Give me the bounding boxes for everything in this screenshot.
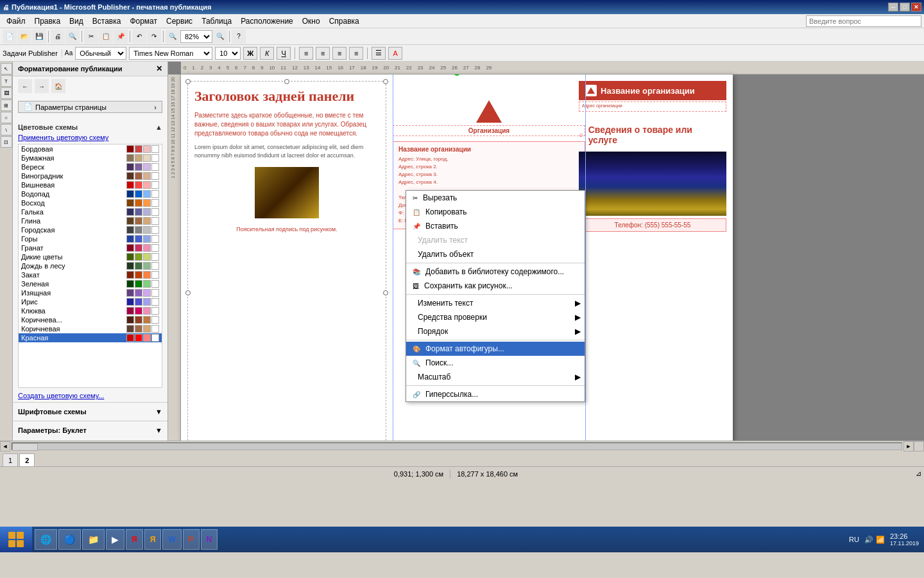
restore-button[interactable]: □ (900, 3, 910, 12)
menu-insert[interactable]: Вставка (89, 15, 125, 27)
task-pane-home-button[interactable]: 🏠 (51, 79, 65, 93)
booklet-params-header[interactable]: Параметры: Буклет ▼ (18, 424, 162, 437)
menu-service[interactable]: Сервис (162, 15, 196, 27)
ctx-cut[interactable]: ✂ Вырезать (406, 191, 585, 205)
crop-tool[interactable]: ⊡ (1, 136, 12, 148)
align-center-button[interactable]: ≡ (316, 47, 330, 60)
selection-handle[interactable] (383, 79, 388, 84)
align-left-button[interactable]: ≡ (299, 47, 313, 60)
scheme-bordovaya[interactable]: Бордовая (19, 144, 162, 153)
back-panel[interactable]: Заголовок задней панели Разместите здесь… (187, 81, 386, 441)
zoom-in-button[interactable]: 🔍 (213, 30, 227, 44)
list-button[interactable]: ☰ (372, 47, 386, 60)
justify-button[interactable]: ≡ (349, 47, 363, 60)
task-pane-back-button[interactable]: ← (18, 79, 32, 93)
paste-button[interactable]: 📌 (114, 30, 128, 44)
scheme-zelenaya[interactable]: Зеленая (19, 279, 162, 288)
selection-handle[interactable] (185, 290, 191, 295)
scheme-vodopad[interactable]: Водопад (19, 189, 162, 198)
taskbar-browser2[interactable]: 🔵 (58, 529, 81, 550)
start-button[interactable] (0, 527, 32, 552)
new-button[interactable]: 📄 (3, 30, 17, 44)
apply-scheme-link[interactable]: Применить цветовую схему (18, 134, 162, 141)
page-params-button[interactable]: 📄 Параметры страницы › (18, 101, 162, 113)
scheme-dozhd[interactable]: Дождь в лесу (19, 261, 162, 270)
ctx-scale[interactable]: Масштаб ▶ (406, 370, 585, 384)
scheme-voshod[interactable]: Восход (19, 198, 162, 207)
table-tool[interactable]: ⊞ (1, 100, 12, 111)
page-tab-2[interactable]: 2 (19, 453, 35, 466)
rotation-handle[interactable] (454, 74, 460, 76)
taskbar-powerpoint[interactable]: P (183, 529, 200, 550)
scheme-gory[interactable]: Горы (19, 234, 162, 243)
font-schemes-header[interactable]: Шрифтовые схемы ▼ (18, 405, 162, 418)
scheme-korichnevaya1[interactable]: Коричнева... (19, 315, 162, 324)
select-tool[interactable]: ↖ (1, 63, 12, 74)
create-scheme-link[interactable]: Создать цветовую схему... (18, 392, 162, 399)
redo-button[interactable]: ↷ (147, 30, 161, 44)
ctx-add-library[interactable]: 📚 Добавить в библиотеку содержимого... (406, 265, 585, 279)
selection-handle[interactable] (284, 79, 289, 84)
undo-button[interactable]: ↶ (132, 30, 146, 44)
font-select[interactable]: Times New Roman (129, 47, 212, 60)
italic-button[interactable]: К (260, 47, 274, 60)
print-button[interactable]: 🖨 (51, 30, 65, 44)
taskbar-yandex[interactable]: Я (126, 529, 143, 550)
scheme-bumazhnaya[interactable]: Бумажная (19, 153, 162, 162)
preview-button[interactable]: 🔍 (65, 30, 80, 44)
scroll-right-button[interactable]: ► (903, 441, 914, 451)
ctx-search[interactable]: 🔍 Поиск... (406, 356, 585, 370)
ctx-copy[interactable]: 📋 Копировать (406, 205, 585, 219)
ctx-change-text[interactable]: Изменить текст ▶ (406, 296, 585, 310)
help-button[interactable]: ? (232, 30, 246, 44)
scroll-thumb-h[interactable] (12, 443, 38, 451)
scheme-glin[interactable]: Глина (19, 216, 162, 225)
horizontal-scrollbar[interactable]: ◄ ► (0, 441, 924, 451)
task-pane-forward-button[interactable]: → (35, 79, 49, 93)
menu-window[interactable]: Окно (298, 15, 324, 27)
selection-handle[interactable] (185, 79, 191, 84)
taskbar-folder[interactable]: 📁 (82, 529, 105, 550)
main-canvas-area[interactable]: 0 1 2 3 4 5 6 7 8 9 10 11 12 13 14 15 16… (168, 62, 924, 441)
scheme-gorodskaya[interactable]: Городская (19, 225, 162, 234)
size-select[interactable]: 10 (215, 47, 241, 60)
task-pane-close-button[interactable]: ✕ (156, 64, 162, 73)
taskbar-media[interactable]: ▶ (106, 529, 124, 550)
scheme-korichnevaya2[interactable]: Коричневая (19, 324, 162, 333)
taskbar-onenote[interactable]: N (201, 529, 218, 550)
text-tool[interactable]: T (1, 75, 12, 87)
scheme-dikie[interactable]: Дикие цветы (19, 252, 162, 261)
bold-button[interactable]: Ж (243, 47, 257, 60)
menu-table[interactable]: Таблица (198, 15, 235, 27)
menu-help[interactable]: Справка (325, 15, 363, 27)
align-right-button[interactable]: ≡ (332, 47, 346, 60)
help-search-input[interactable] (806, 15, 921, 27)
menu-edit[interactable]: Правка (31, 15, 65, 27)
ctx-save-img[interactable]: 🖼 Сохранить как рисунок... (406, 279, 585, 293)
scheme-klyukva[interactable]: Клюква (19, 306, 162, 315)
minimize-button[interactable]: ─ (888, 3, 898, 12)
scheme-zakat[interactable]: Закат (19, 270, 162, 279)
cut-button[interactable]: ✂ (84, 30, 98, 44)
copy-button[interactable]: 📋 (99, 30, 113, 44)
menu-view[interactable]: Вид (65, 15, 87, 27)
taskbar-ie[interactable]: 🌐 (35, 529, 57, 550)
selection-handle[interactable] (383, 290, 388, 295)
page-tab-1[interactable]: 1 (3, 453, 18, 466)
shape-tool[interactable]: ○ (1, 112, 12, 123)
ctx-delete-obj[interactable]: Удалить объект (406, 247, 585, 261)
scheme-list[interactable]: Бордовая Бумажная (18, 144, 162, 388)
scheme-izyaschnaya[interactable]: Изящная (19, 288, 162, 297)
ctx-format-shape[interactable]: 🎨 Формат автофигуры... (406, 342, 585, 356)
save-button[interactable]: 💾 (32, 30, 46, 44)
scheme-galka[interactable]: Галька (19, 207, 162, 216)
image-tool[interactable]: 🖼 (1, 87, 12, 99)
ctx-order[interactable]: Порядок ▶ (406, 324, 585, 338)
ctx-spell[interactable]: Средства проверки ▶ (406, 310, 585, 324)
scheme-krasnaya[interactable]: Красная (19, 333, 162, 342)
scheme-vinograd[interactable]: Виноградник (19, 171, 162, 180)
taskbar-search[interactable]: Я (144, 529, 162, 550)
zoom-out-button[interactable]: 🔍 (166, 30, 180, 44)
menu-format[interactable]: Формат (126, 15, 161, 27)
color-button[interactable]: A (388, 47, 402, 60)
